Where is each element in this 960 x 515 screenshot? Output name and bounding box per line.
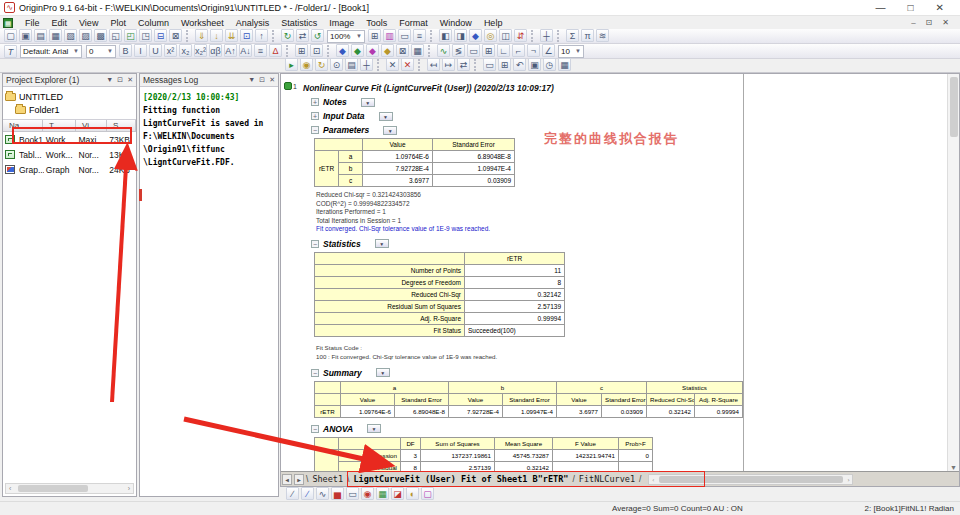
align-icon[interactable]: ≡ xyxy=(254,44,267,57)
new-matrix-icon[interactable]: ▦ xyxy=(49,29,62,42)
col-header-view[interactable]: Vi... xyxy=(76,120,107,131)
tree-item-untitled[interactable]: UNTITLED xyxy=(5,90,134,103)
project-explorer-header[interactable]: Project Explorer (1) ▼ ⊡ ✕ xyxy=(3,74,136,87)
pin-icon[interactable]: ⊡ xyxy=(117,76,123,84)
menu-analysis[interactable]: Analysis xyxy=(230,18,276,28)
subscript-icon[interactable]: x₂ xyxy=(179,44,192,57)
menu-column[interactable]: Column xyxy=(132,18,175,28)
scroll-thumb[interactable] xyxy=(659,476,843,483)
scroll-down-icon[interactable]: ▼ xyxy=(950,464,957,471)
new-workbook-icon[interactable]: ▣ xyxy=(19,29,32,42)
import-ascii-icon[interactable]: ↓ xyxy=(210,29,223,42)
draw-curve-icon[interactable]: ∿ xyxy=(316,487,329,500)
apps-icon[interactable]: ◆ xyxy=(469,29,482,42)
close-all-icon[interactable]: ✕ xyxy=(401,58,414,71)
new-layout-icon[interactable]: ▨ xyxy=(79,29,92,42)
fit-page-icon[interactable]: ≋ xyxy=(596,29,609,42)
clock-icon[interactable]: ◷ xyxy=(543,58,556,71)
collapse-icon[interactable]: − xyxy=(311,369,319,377)
tab-scroll-right-icon[interactable]: ▶ xyxy=(294,474,304,485)
refresh-icon[interactable]: ↻ xyxy=(281,29,294,42)
delete-icon[interactable]: ✕ xyxy=(386,58,399,71)
panel-menu-icon[interactable]: ▼ xyxy=(106,76,113,84)
edge-left-icon[interactable]: ∟ xyxy=(497,44,510,57)
line-width-combo[interactable]: 10▼ xyxy=(558,45,584,58)
save-template-icon[interactable]: ⊠ xyxy=(169,29,182,42)
menu-window[interactable]: Window xyxy=(434,18,478,28)
font-combo[interactable]: Default: Arial▼ xyxy=(20,45,82,58)
edge-right-icon[interactable]: ∠ xyxy=(542,44,555,57)
minimize-button[interactable]: — xyxy=(876,2,886,13)
show-grid-icon[interactable]: ⊞ xyxy=(295,44,308,57)
scroll-left-icon[interactable]: ‹ xyxy=(6,485,14,492)
section-menu-icon[interactable]: ▼ xyxy=(375,239,389,248)
draw-rect-icon[interactable]: ▭ xyxy=(467,44,480,57)
3d-frame-icon[interactable]: ⊠ xyxy=(396,44,409,57)
menu-plot[interactable]: Plot xyxy=(104,18,132,28)
report-settings-icon[interactable]: ▤ xyxy=(345,58,358,71)
zoom-out-icon[interactable]: π xyxy=(581,29,594,42)
tilt-3d-icon[interactable]: ◆ xyxy=(366,44,379,57)
rerun-analysis-icon[interactable]: ↺ xyxy=(311,29,324,42)
tree-item-folder1[interactable]: Folder1 xyxy=(5,103,134,116)
scroll-thumb[interactable] xyxy=(18,485,88,492)
section-menu-icon[interactable]: ▼ xyxy=(383,126,397,135)
menu-worksheet[interactable]: Worksheet xyxy=(175,18,230,28)
section-menu-icon[interactable]: ▼ xyxy=(376,368,390,377)
tab-fit-report[interactable]: LigntCurveFit (User) Fit of Sheet1 B"rET… xyxy=(350,474,571,484)
project-explorer-icon[interactable]: ⊞ xyxy=(368,29,381,42)
new-project-icon[interactable]: ▢ xyxy=(4,29,17,42)
mdi-minimize-button[interactable]: ‒ xyxy=(911,18,915,27)
pin-icon[interactable]: ⊡ xyxy=(259,76,265,84)
collapse-icon[interactable]: − xyxy=(311,126,319,134)
scroll-right-icon[interactable]: › xyxy=(845,476,853,483)
decrease-font-icon[interactable]: A↓ xyxy=(239,44,252,57)
object-manager-icon[interactable]: ≡ xyxy=(413,29,426,42)
new-function-plot-icon[interactable]: ▧ xyxy=(64,29,77,42)
messages-log-header[interactable]: Messages Log ▼ ⊡ ✕ xyxy=(140,74,278,87)
image-icon[interactable]: ▦ xyxy=(376,487,389,500)
new-panel-icon[interactable]: ⊞ xyxy=(498,58,511,71)
font-color-icon[interactable]: Δ xyxy=(269,44,282,57)
bold-icon[interactable]: B xyxy=(119,44,132,57)
report-horizontal-scrollbar[interactable]: ‹ › xyxy=(648,474,853,485)
save-project-icon[interactable]: ⊟ xyxy=(154,29,167,42)
menu-file[interactable]: File xyxy=(19,18,46,28)
undo-icon[interactable]: ↶ xyxy=(513,58,526,71)
section-menu-icon[interactable]: ▼ xyxy=(379,112,393,121)
close-button[interactable]: ✕ xyxy=(936,2,944,13)
new-notes-icon[interactable]: ▩ xyxy=(94,29,107,42)
mask-range-icon[interactable]: ≶ xyxy=(452,44,465,57)
3d-wall-icon[interactable]: ▦ xyxy=(411,44,424,57)
menu-help[interactable]: Help xyxy=(478,18,509,28)
import-wizard-icon[interactable]: ⇓ xyxy=(195,29,208,42)
underline-icon[interactable]: U xyxy=(149,44,162,57)
col-header-name[interactable]: Na... xyxy=(3,120,43,131)
open-excel-icon[interactable]: ◰ xyxy=(124,29,137,42)
maximize-button[interactable]: □ xyxy=(908,2,914,13)
code-builder-icon[interactable]: ◧ xyxy=(439,29,452,42)
command-window-icon[interactable]: ▭ xyxy=(398,29,411,42)
pe-horizontal-scrollbar[interactable]: ‹ › xyxy=(5,483,134,494)
rotate-3d-ccw-icon[interactable]: ◆ xyxy=(336,44,349,57)
table-icon[interactable]: ▦ xyxy=(558,58,571,71)
edge-mid-icon[interactable]: ¬ xyxy=(527,44,540,57)
close-icon[interactable]: ✕ xyxy=(127,76,133,84)
tab-sheet1[interactable]: Sheet1 xyxy=(309,474,346,484)
new-sheet-icon[interactable]: ▭ xyxy=(483,58,496,71)
mdi-close-button[interactable]: ✕ xyxy=(942,18,949,27)
open-template-icon[interactable]: ◳ xyxy=(139,29,152,42)
draw-polyline-icon[interactable]: ∕ xyxy=(301,487,314,500)
close-icon[interactable]: ✕ xyxy=(269,76,275,84)
menu-edit[interactable]: Edit xyxy=(46,18,74,28)
scroll-thumb[interactable] xyxy=(950,77,958,137)
next-window-icon[interactable]: ↦ xyxy=(442,58,455,71)
collapse-icon[interactable]: − xyxy=(311,240,319,248)
zoom-in-icon[interactable]: Σ xyxy=(566,29,579,42)
scroll-left-icon[interactable]: ‹ xyxy=(649,476,657,483)
layers-icon[interactable]: ▣ xyxy=(528,58,541,71)
add-left-y-axis-icon[interactable]: ┼ xyxy=(540,29,553,42)
window-icon[interactable]: ▢ xyxy=(421,487,434,500)
export-icon[interactable]: ↑ xyxy=(255,29,268,42)
menu-statistics[interactable]: Statistics xyxy=(275,18,323,28)
